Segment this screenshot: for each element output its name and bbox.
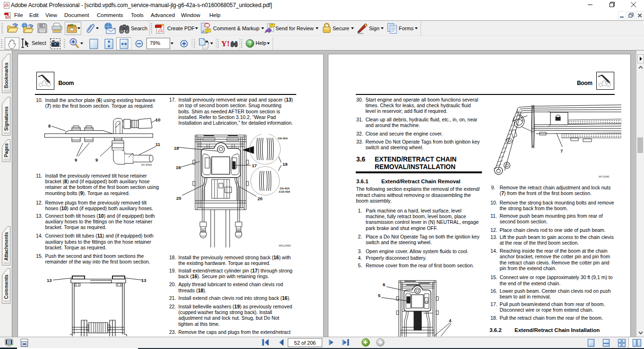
svg-text:19: 19 xyxy=(283,162,288,167)
svg-text:13: 13 xyxy=(47,278,52,283)
svg-text:?: ? xyxy=(248,40,252,47)
svg-text:9: 9 xyxy=(95,157,98,162)
svg-text:Attachments: Attachments xyxy=(4,232,9,261)
svg-text:MY3990: MY3990 xyxy=(141,163,152,166)
svg-text:Bookmarks: Bookmarks xyxy=(4,62,9,88)
svg-text:6: 6 xyxy=(383,282,385,287)
svg-text:Pages: Pages xyxy=(4,143,9,157)
svg-text:G9-43A: G9-43A xyxy=(280,187,290,190)
svg-text:MAL2660: MAL2660 xyxy=(279,244,291,247)
svg-text:Y!: Y! xyxy=(221,39,230,48)
svg-text:18: 18 xyxy=(174,145,179,151)
svg-text:17: 17 xyxy=(252,163,257,168)
svg-text:G10-43A: G10-43A xyxy=(279,190,291,193)
svg-text:13: 13 xyxy=(141,278,146,283)
svg-text:16: 16 xyxy=(176,165,181,170)
svg-text:20: 20 xyxy=(176,196,181,201)
svg-text:20: 20 xyxy=(258,196,263,201)
svg-text:10: 10 xyxy=(155,117,161,122)
svg-text:MY1540: MY1540 xyxy=(599,175,610,178)
svg-text:G6-42A: G6-42A xyxy=(278,137,288,140)
svg-text:11: 11 xyxy=(155,142,161,147)
svg-text:5: 5 xyxy=(378,293,381,298)
svg-text:9: 9 xyxy=(75,157,77,162)
svg-text:Comments: Comments xyxy=(4,274,9,299)
svg-text:4: 4 xyxy=(449,318,452,323)
svg-text:7: 7 xyxy=(560,148,563,153)
svg-text:8: 8 xyxy=(48,123,51,128)
svg-text:Signatures: Signatures xyxy=(4,106,9,131)
